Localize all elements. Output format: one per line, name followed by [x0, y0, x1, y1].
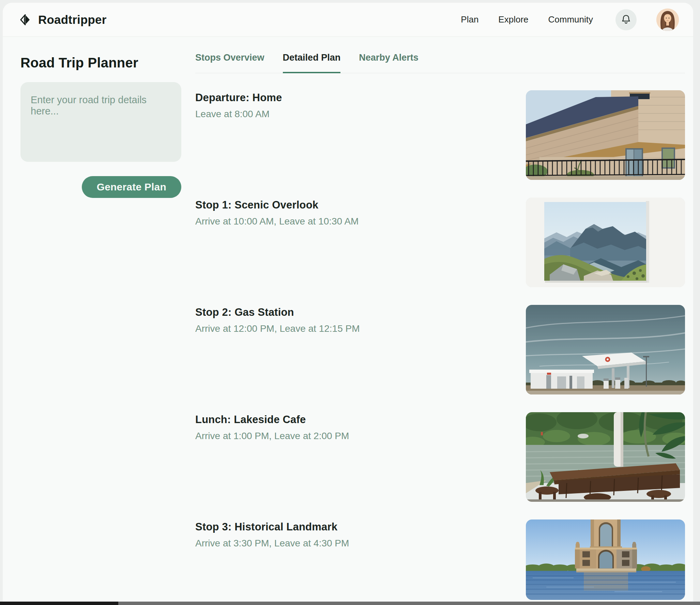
brand[interactable]: Roadtripper — [20, 13, 107, 27]
stop-item-scenic-overlook[interactable]: Stop 1: Scenic Overlook Arrive at 10:00 … — [195, 181, 685, 288]
bell-icon — [621, 14, 631, 25]
stop-photo-mountain-overlook — [526, 198, 685, 287]
page-title: Road Trip Planner — [20, 55, 181, 71]
planner-panel: Road Trip Planner Generate Plan — [20, 37, 181, 198]
stop-photo-stone-landmark — [526, 519, 685, 600]
tab-nearby-alerts[interactable]: Nearby Alerts — [359, 52, 419, 73]
diamond-logo-icon — [20, 14, 31, 25]
stop-title: Stop 2: Gas Station — [195, 306, 360, 319]
nav-link-community[interactable]: Community — [548, 14, 593, 25]
tab-detailed-plan[interactable]: Detailed Plan — [283, 52, 341, 73]
nav-link-plan[interactable]: Plan — [461, 14, 478, 25]
itinerary-panel: Stops Overview Detailed Plan Nearby Aler… — [195, 37, 685, 605]
stop-photo-lakeside-cafe — [526, 412, 685, 502]
gas-station-illustration — [526, 305, 685, 394]
stops-list: Departure: Home Leave at 8:00 AM — [195, 73, 685, 605]
stop-photo-modern-house — [526, 90, 685, 180]
tab-bar: Stops Overview Detailed Plan Nearby Aler… — [195, 37, 685, 73]
user-avatar[interactable] — [656, 9, 679, 31]
stop-item-historical-landmark[interactable]: Stop 3: Historical Landmark Arrive at 3:… — [195, 502, 685, 605]
nav-link-explore[interactable]: Explore — [498, 14, 528, 25]
stop-item-lakeside-cafe[interactable]: Lunch: Lakeside Cafe Arrive at 1:00 PM, … — [195, 395, 685, 502]
modern-house-illustration — [526, 90, 685, 180]
avatar-illustration — [656, 9, 679, 31]
scrollbar-thumb[interactable] — [0, 602, 118, 605]
trip-details-input[interactable] — [20, 82, 181, 162]
app-window: Roadtripper Plan Explore Community — [3, 3, 693, 605]
stone-landmark-illustration — [526, 519, 685, 600]
stop-item-gas-station[interactable]: Stop 2: Gas Station Arrive at 12:00 PM, … — [195, 288, 685, 395]
stop-photo-gas-station — [526, 305, 685, 394]
stop-schedule: Arrive at 10:00 AM, Leave at 10:30 AM — [195, 216, 359, 227]
stop-schedule: Arrive at 1:00 PM, Leave at 2:00 PM — [195, 431, 349, 441]
lakeside-cafe-illustration — [526, 412, 685, 502]
mountain-overlook-illustration — [526, 198, 685, 287]
generate-plan-button[interactable]: Generate Plan — [82, 176, 181, 198]
top-navbar: Roadtripper Plan Explore Community — [3, 3, 693, 37]
stop-schedule: Leave at 8:00 AM — [195, 109, 282, 120]
horizontal-scrollbar[interactable] — [0, 602, 700, 605]
stop-title: Lunch: Lakeside Cafe — [195, 414, 349, 426]
stop-title: Stop 1: Scenic Overlook — [195, 199, 359, 211]
notifications-button[interactable] — [615, 9, 637, 30]
stop-schedule: Arrive at 3:30 PM, Leave at 4:30 PM — [195, 538, 349, 549]
stop-schedule: Arrive at 12:00 PM, Leave at 12:15 PM — [195, 323, 360, 334]
tab-stops-overview[interactable]: Stops Overview — [195, 52, 264, 73]
stop-title: Departure: Home — [195, 92, 282, 104]
brand-name: Roadtripper — [38, 13, 107, 27]
stop-title: Stop 3: Historical Landmark — [195, 521, 349, 533]
stop-item-departure[interactable]: Departure: Home Leave at 8:00 AM — [195, 73, 685, 181]
main-nav: Plan Explore Community — [461, 9, 679, 31]
